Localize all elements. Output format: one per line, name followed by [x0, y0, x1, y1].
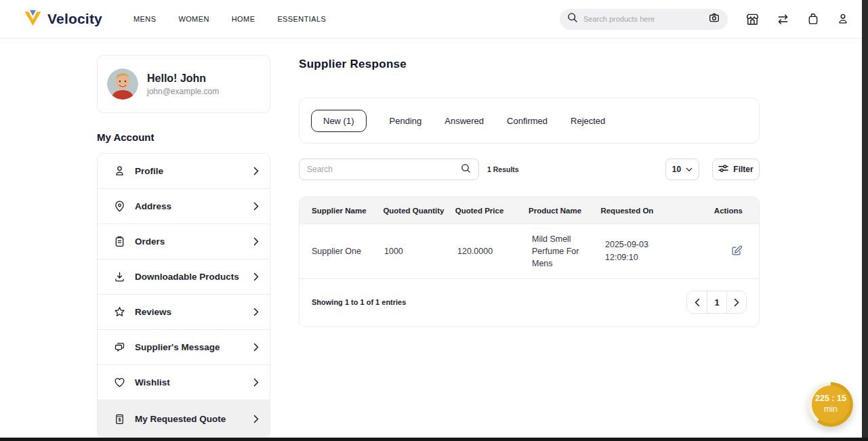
search-icon: [567, 12, 578, 26]
sidebar-item-label: Downloadable Products: [135, 272, 239, 282]
cell-actions: [720, 245, 759, 259]
sidebar-item-reviews[interactable]: Reviews: [98, 295, 270, 330]
page: Velocity MENS WOMEN HOME ESSENTIALS: [0, 0, 868, 441]
clipboard-icon: [112, 235, 126, 248]
account-sidebar: Hello! John john@example.com My Account …: [97, 55, 270, 438]
session-timer-content: 225 : 15 min: [812, 385, 850, 423]
avatar: [107, 68, 138, 100]
quote-receipt-icon: $: [112, 413, 126, 425]
tab-pending[interactable]: Pending: [390, 116, 422, 126]
chevron-right-icon: [253, 308, 259, 316]
pagination: 1: [686, 291, 747, 314]
main-content: Supplier Response New (1) Pending Answer…: [299, 58, 760, 327]
chevron-right-icon: [253, 343, 259, 352]
sidebar-item-label: Address: [135, 201, 171, 211]
profile-greeting: Hello! John: [147, 72, 219, 85]
timer-value: 225 : 15: [815, 394, 846, 404]
nav-link-women[interactable]: WOMEN: [178, 15, 209, 23]
edit-icon[interactable]: [730, 249, 743, 259]
tab-confirmed[interactable]: Confirmed: [507, 116, 547, 126]
sidebar-item-downloadable-products[interactable]: Downloadable Products: [98, 259, 270, 295]
sidebar-item-label: Orders: [135, 236, 165, 247]
store-icon[interactable]: [745, 12, 760, 26]
filter-button-label: Filter: [733, 165, 753, 174]
entries-summary: Showing 1 to 1 of 1 entries: [312, 298, 406, 306]
table-search-input[interactable]: [307, 165, 461, 174]
compare-icon[interactable]: [776, 12, 790, 26]
download-icon: [112, 270, 126, 283]
page-size-select[interactable]: 10: [665, 159, 699, 180]
table-toolbar: 1 Results 10 Filter: [299, 159, 760, 180]
column-header-product-name: Product Name: [529, 207, 600, 215]
pagination-next-button[interactable]: [726, 291, 746, 313]
primary-nav: MENS WOMEN HOME ESSENTIALS: [133, 15, 326, 23]
product-search-bar[interactable]: [560, 9, 728, 30]
tab-rejected[interactable]: Rejected: [571, 116, 605, 126]
results-count: 1 Results: [487, 165, 519, 173]
nav-link-home[interactable]: HOME: [232, 15, 255, 23]
sidebar-item-label: Supplier's Message: [135, 342, 220, 352]
pagination-current-page[interactable]: 1: [707, 291, 726, 313]
account-icon[interactable]: [836, 12, 850, 26]
chevron-right-icon: [253, 272, 259, 281]
column-header-supplier-name: Supplier Name: [299, 207, 383, 215]
filter-button[interactable]: Filter: [712, 159, 760, 180]
heart-icon: [112, 376, 126, 389]
chevron-right-icon: [253, 378, 259, 387]
profile-card: Hello! John john@example.com: [97, 55, 270, 113]
column-header-requested-on: Requested On: [600, 207, 714, 215]
top-navbar: Velocity MENS WOMEN HOME ESSENTIALS: [0, 0, 868, 39]
nav-link-essentials[interactable]: ESSENTIALS: [277, 15, 326, 23]
profile-meta: Hello! John john@example.com: [147, 72, 219, 96]
table-header-row: Supplier Name Quoted Quantity Quoted Pri…: [299, 197, 759, 224]
product-search-input[interactable]: [583, 15, 703, 23]
cell-supplier-name: Supplier One: [299, 247, 384, 256]
user-icon: [112, 165, 126, 177]
sidebar-item-address[interactable]: Address: [98, 189, 270, 224]
tab-answered[interactable]: Answered: [445, 116, 484, 126]
sidebar-item-suppliers-message[interactable]: Supplier's Message: [98, 330, 270, 365]
cell-quoted-price: 120.0000: [457, 247, 532, 256]
page-size-value: 10: [672, 165, 681, 174]
camera-search-icon[interactable]: [708, 12, 720, 26]
cell-requested-on: 2025-09-03 12:09:10: [605, 238, 720, 265]
chevron-right-icon: [253, 167, 259, 175]
timer-unit: min: [824, 404, 838, 415]
account-menu: Profile Address Orders: [97, 153, 270, 438]
brand-logo[interactable]: Velocity: [23, 9, 102, 29]
brand-logo-icon: [23, 9, 43, 29]
status-tabs: New (1) Pending Answered Confirmed Rejec…: [299, 98, 760, 144]
column-header-quoted-quantity: Quoted Quantity: [383, 207, 455, 215]
navbar-icon-group: [745, 12, 850, 26]
map-pin-icon: [112, 200, 126, 213]
sidebar-item-wishlist[interactable]: Wishlist: [98, 365, 270, 400]
column-header-actions: Actions: [714, 207, 759, 215]
sidebar-item-profile[interactable]: Profile: [98, 154, 270, 189]
tab-new[interactable]: New (1): [311, 110, 367, 132]
pagination-prev-button[interactable]: [687, 291, 707, 313]
star-icon: [112, 306, 126, 318]
filter-sliders-icon: [718, 164, 728, 175]
chevron-right-icon: [253, 202, 259, 211]
sidebar-item-my-requested-quote[interactable]: $ My Requested Quote: [98, 400, 270, 438]
nav-link-mens[interactable]: MENS: [133, 15, 156, 23]
session-timer-badge[interactable]: 225 : 15 min: [808, 382, 853, 427]
cart-bag-icon[interactable]: [806, 12, 820, 26]
cell-quoted-quantity: 1000: [384, 247, 457, 256]
window-edge-bottom: [0, 438, 868, 441]
svg-text:$: $: [118, 417, 121, 423]
sidebar-item-label: My Requested Quote: [135, 414, 226, 424]
sidebar-item-label: Reviews: [135, 307, 171, 317]
chat-bubbles-icon: [112, 341, 126, 354]
my-account-heading: My Account: [97, 131, 270, 143]
sidebar-item-label: Profile: [135, 166, 163, 176]
sidebar-item-orders[interactable]: Orders: [98, 224, 270, 259]
cell-product-name: Mild Smell Perfume For Mens: [532, 233, 605, 270]
supplier-response-table: Supplier Name Quoted Quantity Quoted Pri…: [299, 196, 760, 327]
sidebar-item-label: Wishlist: [135, 377, 170, 387]
chevron-right-icon: [253, 415, 259, 423]
profile-email: john@example.com: [147, 87, 219, 96]
table-footer: Showing 1 to 1 of 1 entries 1: [299, 278, 759, 327]
table-search-box[interactable]: [299, 159, 479, 180]
search-icon: [461, 163, 471, 176]
